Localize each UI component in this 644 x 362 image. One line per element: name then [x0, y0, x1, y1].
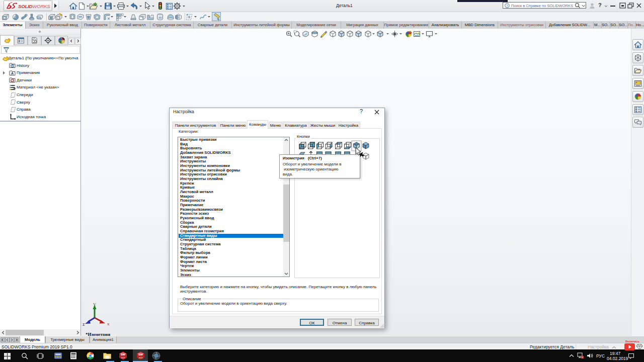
svg-text:Y: Y [93, 302, 97, 307]
svg-text:SW: SW [138, 353, 143, 356]
svg-text:z: z [83, 321, 85, 327]
svg-text:SOLIDWORKS: SOLIDWORKS [18, 4, 50, 9]
svg-text:SW: SW [121, 353, 126, 356]
svg-text:ab: ab [158, 16, 162, 19]
svg-text:2019: 2019 [121, 357, 125, 359]
svg-text:?: ? [506, 4, 508, 8]
svg-text:x: x [107, 321, 110, 326]
svg-text:2019: 2019 [139, 357, 143, 359]
